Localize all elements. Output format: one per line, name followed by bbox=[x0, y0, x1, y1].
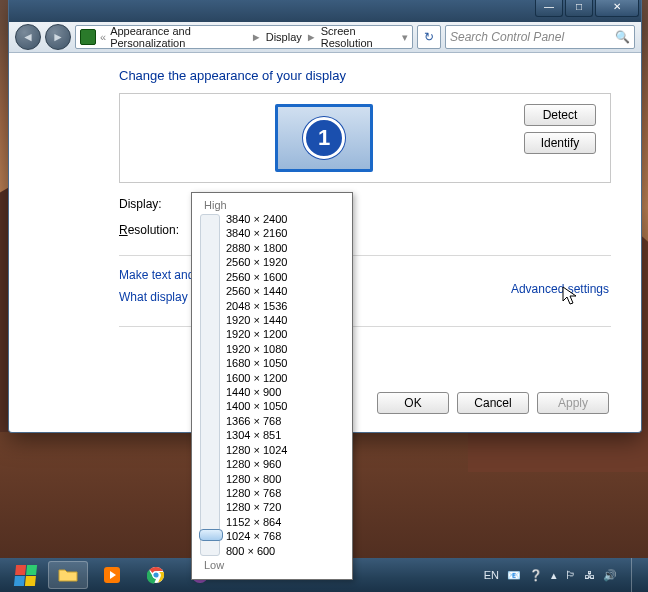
advanced-settings-link[interactable]: Advanced settings bbox=[511, 282, 609, 296]
display-preview-box: 1 Detect Identify bbox=[119, 93, 611, 183]
maximize-button[interactable]: □ bbox=[565, 0, 593, 17]
resolution-list: 3840 × 24003840 × 21602880 × 18002560 × … bbox=[224, 212, 346, 558]
taskbar-item-explorer[interactable] bbox=[48, 561, 88, 589]
resolution-option[interactable]: 1280 × 720 bbox=[224, 500, 346, 514]
resolution-option[interactable]: 1304 × 851 bbox=[224, 428, 346, 442]
start-button[interactable] bbox=[6, 560, 44, 590]
volume-icon[interactable]: 🔊 bbox=[603, 569, 617, 582]
resolution-option[interactable]: 2048 × 1536 bbox=[224, 299, 346, 313]
detect-button[interactable]: Detect bbox=[524, 104, 596, 126]
control-panel-icon bbox=[80, 29, 96, 45]
resolution-option[interactable]: 1280 × 960 bbox=[224, 457, 346, 471]
resolution-option[interactable]: 1680 × 1050 bbox=[224, 356, 346, 370]
action-center-icon[interactable]: 🏳 bbox=[565, 569, 576, 581]
resolution-option[interactable]: 1920 × 1200 bbox=[224, 327, 346, 341]
resolution-dropdown-popup[interactable]: High 3840 × 24003840 × 21602880 × 180025… bbox=[191, 192, 353, 580]
slider-high-label: High bbox=[198, 199, 346, 211]
monitor-thumbnail-1[interactable]: 1 bbox=[275, 104, 373, 172]
folder-icon bbox=[58, 567, 78, 583]
media-player-icon bbox=[103, 566, 121, 584]
close-button[interactable]: ✕ bbox=[595, 0, 639, 17]
address-dropdown-icon[interactable]: ▾ bbox=[402, 31, 408, 44]
resolution-option[interactable]: 1280 × 1024 bbox=[224, 443, 346, 457]
search-box[interactable]: Search Control Panel 🔍 bbox=[445, 25, 635, 49]
svg-point-3 bbox=[153, 572, 159, 578]
titlebar: — □ ✕ bbox=[9, 0, 641, 22]
resolution-option[interactable]: 1366 × 768 bbox=[224, 414, 346, 428]
dialog-buttons: OK Cancel Apply bbox=[377, 392, 609, 414]
slider-low-label: Low bbox=[198, 559, 346, 571]
resolution-option[interactable]: 1920 × 1080 bbox=[224, 342, 346, 356]
resolution-option[interactable]: 1920 × 1440 bbox=[224, 313, 346, 327]
apply-button[interactable]: Apply bbox=[537, 392, 609, 414]
resolution-slider-thumb[interactable] bbox=[199, 529, 223, 541]
tray-overflow-icon[interactable]: ▴ bbox=[551, 569, 557, 582]
page-title: Change the appearance of your display bbox=[119, 68, 611, 83]
resolution-option[interactable]: 2560 × 1920 bbox=[224, 255, 346, 269]
windows-logo-icon bbox=[13, 565, 36, 586]
taskbar-item-chrome[interactable] bbox=[136, 561, 176, 589]
resolution-option[interactable]: 2560 × 1600 bbox=[224, 270, 346, 284]
resolution-slider-track[interactable] bbox=[200, 214, 220, 556]
breadcrumb-overflow[interactable]: « bbox=[100, 31, 106, 43]
resolution-option[interactable]: 1440 × 900 bbox=[224, 385, 346, 399]
explorer-navbar: ◄ ► « Appearance and Personalization ► D… bbox=[9, 22, 641, 53]
resolution-option[interactable]: 3840 × 2160 bbox=[224, 226, 346, 240]
breadcrumb-appearance[interactable]: Appearance and Personalization bbox=[110, 25, 247, 49]
search-placeholder: Search Control Panel bbox=[450, 30, 564, 44]
monitor-number: 1 bbox=[303, 117, 345, 159]
tray-help-icon[interactable]: ❔ bbox=[529, 569, 543, 582]
resolution-option[interactable]: 1280 × 800 bbox=[224, 472, 346, 486]
search-icon[interactable]: 🔍 bbox=[615, 30, 630, 44]
resolution-option[interactable]: 2880 × 1800 bbox=[224, 241, 346, 255]
back-button[interactable]: ◄ bbox=[15, 24, 41, 50]
resolution-option[interactable]: 800 × 600 bbox=[224, 544, 346, 558]
resolution-option[interactable]: 1152 × 864 bbox=[224, 515, 346, 529]
cancel-button[interactable]: Cancel bbox=[457, 392, 529, 414]
resolution-option[interactable]: 1400 × 1050 bbox=[224, 399, 346, 413]
ok-button[interactable]: OK bbox=[377, 392, 449, 414]
resolution-option[interactable]: 3840 × 2400 bbox=[224, 212, 346, 226]
resolution-option[interactable]: 1280 × 768 bbox=[224, 486, 346, 500]
breadcrumb-screen-resolution[interactable]: Screen Resolution bbox=[321, 25, 398, 49]
refresh-button[interactable]: ↻ bbox=[417, 25, 441, 49]
address-bar[interactable]: « Appearance and Personalization ► Displ… bbox=[75, 25, 413, 49]
chrome-icon bbox=[147, 566, 165, 584]
tray-ime-icon[interactable]: 📧 bbox=[507, 569, 521, 582]
language-indicator[interactable]: EN bbox=[484, 569, 499, 581]
minimize-button[interactable]: — bbox=[535, 0, 563, 17]
resolution-option[interactable]: 2560 × 1440 bbox=[224, 284, 346, 298]
taskbar-item-media-player[interactable] bbox=[92, 561, 132, 589]
show-desktop-button[interactable] bbox=[631, 558, 642, 592]
network-icon[interactable]: 🖧 bbox=[584, 569, 595, 581]
forward-button[interactable]: ► bbox=[45, 24, 71, 50]
system-tray: EN 📧 ❔ ▴ 🏳 🖧 🔊 bbox=[484, 558, 642, 592]
identify-button[interactable]: Identify bbox=[524, 132, 596, 154]
resolution-option[interactable]: 1600 × 1200 bbox=[224, 371, 346, 385]
resolution-option[interactable]: 1024 × 768 bbox=[224, 529, 346, 543]
breadcrumb-display[interactable]: Display bbox=[266, 31, 302, 43]
